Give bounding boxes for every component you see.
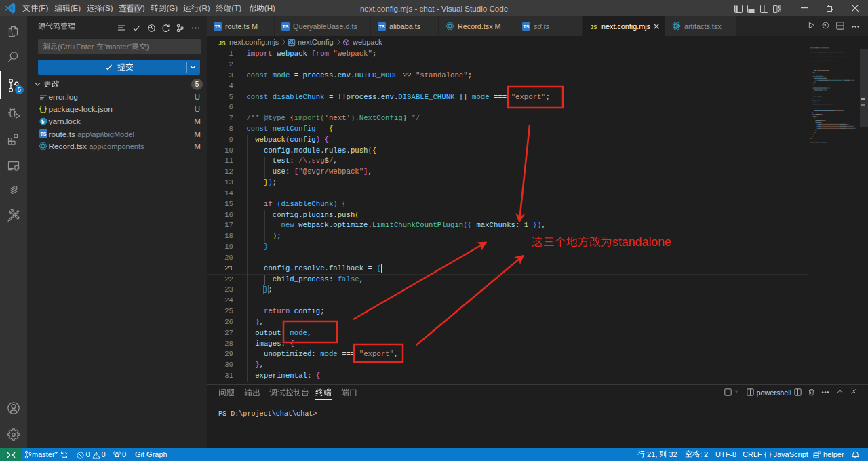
svg-text:TS: TS	[524, 24, 530, 29]
svg-text:TS: TS	[283, 24, 289, 29]
svg-text:TS: TS	[379, 24, 385, 29]
svg-text:JS: JS	[590, 24, 597, 31]
svg-text:JS: JS	[218, 39, 226, 46]
svg-text:{}: {}	[39, 105, 47, 113]
svg-text:TS: TS	[215, 24, 221, 29]
svg-text:TS: TS	[40, 132, 46, 136]
